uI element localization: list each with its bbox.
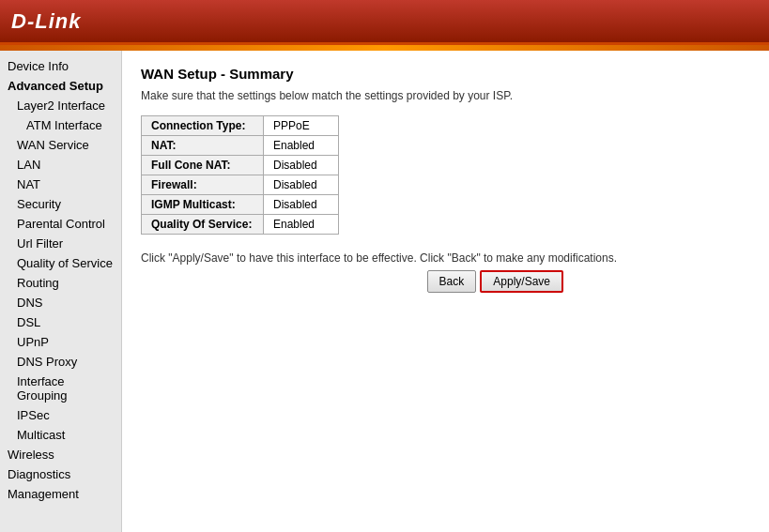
table-row: Full Cone NAT:Disabled: [142, 156, 339, 175]
content-area: WAN Setup - Summary Make sure that the s…: [122, 51, 769, 532]
table-cell-value: Disabled: [264, 195, 339, 215]
sidebar-item-atm-interface[interactable]: ATM Interface: [0, 115, 121, 135]
sidebar-item-interface-grouping[interactable]: Interface Grouping: [0, 372, 121, 405]
table-cell-value: Enabled: [264, 215, 339, 235]
sidebar-item-dns[interactable]: DNS: [0, 293, 121, 312]
sidebar-item-device-info[interactable]: Device Info: [0, 56, 121, 76]
sidebar-item-nat[interactable]: NAT: [0, 175, 121, 194]
sidebar-item-security[interactable]: Security: [0, 194, 121, 214]
action-text: Click "Apply/Save" to have this interfac…: [141, 251, 617, 265]
back-button[interactable]: Back: [427, 270, 477, 293]
table-row: IGMP Multicast:Disabled: [142, 195, 339, 215]
table-row: NAT:Enabled: [142, 136, 339, 156]
sidebar-item-dsl[interactable]: DSL: [0, 312, 121, 332]
action-area: Click "Apply/Save" to have this interfac…: [141, 251, 750, 293]
sidebar-item-multicast[interactable]: Multicast: [0, 425, 121, 445]
table-row: Quality Of Service:Enabled: [142, 215, 339, 235]
sidebar-item-wan-service[interactable]: WAN Service: [0, 135, 121, 155]
logo: D-Link: [11, 9, 81, 34]
table-cell-label: NAT:: [142, 136, 264, 156]
sidebar-item-upnp[interactable]: UPnP: [0, 332, 121, 352]
sidebar-item-dns-proxy[interactable]: DNS Proxy: [0, 352, 121, 372]
sidebar-item-parental-control[interactable]: Parental Control: [0, 214, 121, 234]
table-cell-label: Firewall:: [142, 175, 264, 195]
sidebar-item-routing[interactable]: Routing: [0, 273, 121, 293]
table-cell-value: Disabled: [264, 175, 339, 195]
sidebar-item-url-filter[interactable]: Url Filter: [0, 234, 121, 253]
table-cell-label: IGMP Multicast:: [142, 195, 264, 215]
main-layout: Device InfoAdvanced SetupLayer2 Interfac…: [0, 51, 769, 532]
table-cell-label: Quality Of Service:: [142, 215, 264, 235]
table-cell-label: Full Cone NAT:: [142, 156, 264, 175]
table-cell-value: Disabled: [264, 156, 339, 175]
sidebar-item-lan[interactable]: LAN: [0, 155, 121, 175]
table-cell-value: PPPoE: [264, 116, 339, 136]
header: D-Link: [0, 0, 769, 45]
table-row: Firewall:Disabled: [142, 175, 339, 195]
sidebar: Device InfoAdvanced SetupLayer2 Interfac…: [0, 51, 122, 532]
apply-save-button[interactable]: Apply/Save: [480, 270, 563, 293]
sidebar-item-diagnostics[interactable]: Diagnostics: [0, 464, 121, 484]
table-cell-value: Enabled: [264, 136, 339, 156]
summary-table: Connection Type:PPPoENAT:EnabledFull Con…: [141, 115, 339, 235]
sidebar-item-ipsec[interactable]: IPSec: [0, 405, 121, 425]
sidebar-item-layer2-interface[interactable]: Layer2 Interface: [0, 96, 121, 115]
sidebar-item-wireless[interactable]: Wireless: [0, 445, 121, 464]
table-cell-label: Connection Type:: [142, 116, 264, 136]
sidebar-item-management[interactable]: Management: [0, 484, 121, 504]
sidebar-item-advanced-setup[interactable]: Advanced Setup: [0, 76, 121, 96]
page-description: Make sure that the settings below match …: [141, 89, 750, 102]
sidebar-item-quality-of-service[interactable]: Quality of Service: [0, 253, 121, 273]
page-title: WAN Setup - Summary: [141, 66, 750, 82]
table-row: Connection Type:PPPoE: [142, 116, 339, 136]
button-row: Back Apply/Save: [141, 270, 563, 293]
